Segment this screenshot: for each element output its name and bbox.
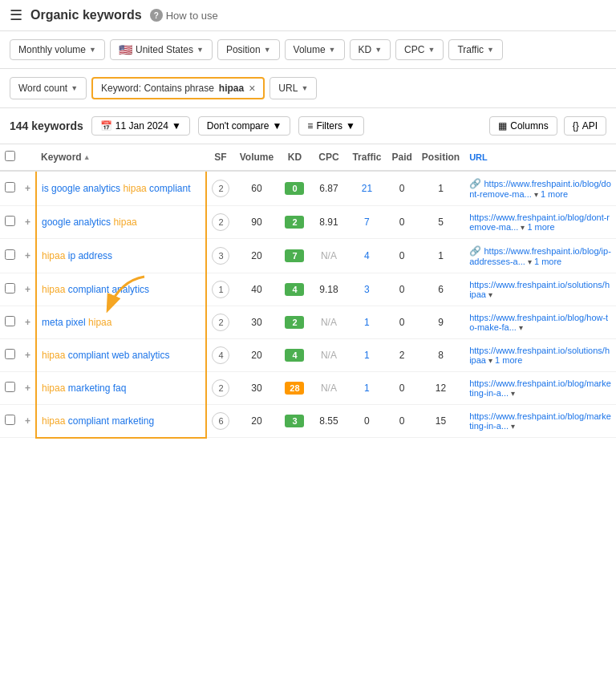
row-checkbox[interactable] bbox=[5, 283, 15, 293]
kd-badge: 7 bbox=[285, 249, 304, 262]
row-checkbox[interactable] bbox=[5, 316, 15, 326]
select-all-checkbox[interactable] bbox=[5, 151, 15, 161]
traffic-label: Traffic bbox=[457, 44, 484, 55]
sf-value: 2 bbox=[212, 180, 229, 197]
position-value: 8 bbox=[417, 339, 464, 372]
keyword-filter-tag[interactable]: Keyword: Contains phrase hipaa × bbox=[91, 77, 265, 99]
sf-value: 6 bbox=[212, 412, 229, 430]
word-count-label: Word count bbox=[18, 83, 67, 94]
add-row-button[interactable]: + bbox=[25, 217, 30, 228]
add-row-button[interactable]: + bbox=[25, 317, 30, 328]
keyword-link[interactable]: meta pixel hipaa bbox=[42, 317, 111, 328]
paid-value: 0 bbox=[387, 405, 416, 438]
keyword-filter-close[interactable]: × bbox=[249, 82, 255, 95]
url-link[interactable]: https://www.freshpaint.io/blog/how-to-ma… bbox=[469, 313, 608, 332]
position-value: 6 bbox=[417, 273, 464, 306]
sf-value: 1 bbox=[212, 281, 229, 298]
volume-value: 20 bbox=[234, 239, 278, 273]
col-kd[interactable]: KD bbox=[278, 144, 310, 171]
filters-button[interactable]: ≡ Filters ▼ bbox=[298, 116, 364, 136]
url-filter[interactable]: URL ▼ bbox=[270, 77, 317, 99]
compare-button[interactable]: Don't compare ▼ bbox=[198, 116, 291, 136]
traffic-value: 1 bbox=[346, 339, 387, 372]
api-button[interactable]: {} API bbox=[564, 116, 606, 136]
keyword-highlight: hipaa bbox=[113, 217, 136, 228]
traffic-value: 3 bbox=[346, 273, 387, 306]
kd-filter[interactable]: KD ▼ bbox=[350, 39, 391, 60]
kd-badge: 2 bbox=[285, 316, 304, 329]
keyword-link[interactable]: hipaa compliant analytics bbox=[42, 284, 149, 295]
keyword-highlight: hipaa bbox=[42, 350, 65, 361]
keyword-link[interactable]: google analytics hipaa bbox=[42, 217, 137, 228]
table-row: +hipaa compliant analytics14049.18306htt… bbox=[0, 273, 616, 306]
volume-value: 30 bbox=[234, 372, 278, 405]
keyword-link[interactable]: hipaa marketing faq bbox=[42, 383, 126, 394]
row-checkbox[interactable] bbox=[5, 415, 15, 425]
url-icon: 🔗 bbox=[469, 245, 484, 257]
volume-value: 20 bbox=[234, 405, 278, 438]
traffic-value: 4 bbox=[346, 239, 387, 273]
col-sf[interactable]: SF bbox=[206, 144, 234, 171]
col-paid[interactable]: Paid bbox=[387, 144, 416, 171]
position-value: 12 bbox=[417, 372, 464, 405]
url-dropdown-icon: ▾ bbox=[528, 257, 532, 266]
url-label: URL bbox=[278, 83, 298, 94]
row-checkbox[interactable] bbox=[5, 182, 15, 192]
col-keyword[interactable]: Keyword ▲ bbox=[36, 144, 206, 171]
position-filter[interactable]: Position ▼ bbox=[217, 39, 280, 60]
url-link[interactable]: https://www.freshpaint.io/blog/marketing… bbox=[469, 411, 611, 431]
keyword-link[interactable]: hipaa compliant web analytics bbox=[42, 350, 169, 361]
filters-label: Filters bbox=[316, 120, 342, 132]
col-cpc[interactable]: CPC bbox=[310, 144, 346, 171]
api-label: API bbox=[582, 120, 598, 132]
keyword-link[interactable]: is google analytics hipaa compliant bbox=[42, 183, 190, 194]
col-volume[interactable]: Volume bbox=[234, 144, 278, 171]
keyword-link[interactable]: hipaa ip address bbox=[42, 250, 112, 261]
word-count-filter[interactable]: Word count ▼ bbox=[10, 77, 87, 99]
columns-button[interactable]: ▦ Columns bbox=[489, 116, 557, 136]
volume-filter[interactable]: Volume ▼ bbox=[285, 39, 345, 60]
url-dropdown-icon: ▾ bbox=[511, 422, 515, 431]
table-row: +is google analytics hipaa compliant2600… bbox=[0, 171, 616, 206]
traffic-value: 0 bbox=[346, 405, 387, 438]
cpc-value: 8.55 bbox=[310, 405, 346, 438]
url-link[interactable]: https://www.freshpaint.io/blog/marketing… bbox=[469, 378, 611, 398]
country-filter[interactable]: 🇺🇸 United States ▼ bbox=[110, 39, 213, 60]
url-dropdown-icon: ▾ bbox=[519, 323, 523, 332]
row-checkbox[interactable] bbox=[5, 382, 15, 392]
cpc-filter[interactable]: CPC ▼ bbox=[395, 39, 444, 60]
menu-icon[interactable]: ☰ bbox=[10, 6, 22, 24]
kd-badge: 0 bbox=[285, 182, 304, 195]
row-checkbox[interactable] bbox=[5, 249, 15, 260]
url-cell: https://www.freshpaint.io/blog/how-to-ma… bbox=[464, 306, 616, 339]
traffic-value: 7 bbox=[346, 206, 387, 239]
url-cell: https://www.freshpaint.io/blog/dont-remo… bbox=[464, 206, 616, 239]
keyword-filter-value: hipaa bbox=[219, 83, 244, 94]
url-more-link[interactable]: 1 more bbox=[495, 355, 522, 365]
keyword-link[interactable]: hipaa compliant marketing bbox=[42, 415, 154, 427]
cpc-value: 6.87 bbox=[310, 171, 346, 206]
traffic-filter[interactable]: Traffic ▼ bbox=[448, 39, 503, 60]
add-row-button[interactable]: + bbox=[25, 284, 30, 295]
columns-label: Columns bbox=[510, 120, 548, 132]
keyword-highlight: hipaa bbox=[42, 284, 65, 295]
monthly-volume-filter[interactable]: Monthly volume ▼ bbox=[10, 39, 105, 60]
col-traffic[interactable]: Traffic bbox=[346, 144, 387, 171]
add-row-button[interactable]: + bbox=[25, 183, 30, 194]
add-row-button[interactable]: + bbox=[25, 350, 30, 361]
filters-arrow: ▼ bbox=[346, 120, 355, 132]
how-to-use-link[interactable]: ? How to use bbox=[150, 9, 218, 22]
url-more-link[interactable]: 1 more bbox=[534, 257, 561, 266]
col-position[interactable]: Position bbox=[417, 144, 464, 171]
date-button[interactable]: 📅 11 Jan 2024 ▼ bbox=[91, 116, 190, 136]
url-more-link[interactable]: 1 more bbox=[527, 222, 554, 232]
add-row-button[interactable]: + bbox=[25, 415, 30, 427]
url-cell: https://www.freshpaint.io/solutions/hipa… bbox=[464, 339, 616, 372]
url-more-link[interactable]: 1 more bbox=[541, 189, 568, 199]
row-checkbox[interactable] bbox=[5, 216, 15, 226]
url-icon: 🔗 bbox=[469, 178, 484, 189]
row-checkbox[interactable] bbox=[5, 349, 15, 359]
add-row-button[interactable]: + bbox=[25, 250, 30, 261]
table-body: +is google analytics hipaa compliant2600… bbox=[0, 171, 616, 438]
add-row-button[interactable]: + bbox=[25, 383, 30, 394]
